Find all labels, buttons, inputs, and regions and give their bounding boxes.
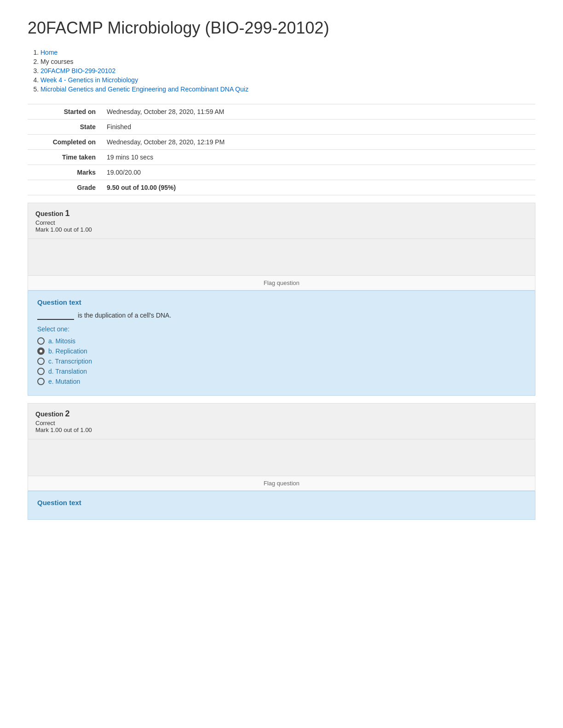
info-value: 19 mins 10 secs [101, 150, 535, 165]
option-text-e: e. Mutation [48, 378, 80, 385]
option-text-b: b. Replication [48, 347, 87, 355]
flag-question-2[interactable]: Flag question [28, 476, 535, 491]
question-text-label-1: Question text [37, 298, 526, 306]
flag-question-1[interactable]: Flag question [28, 276, 535, 290]
radio-icon-e [37, 378, 45, 385]
option-c[interactable]: c. Transcription [37, 358, 526, 365]
radio-icon-d [37, 368, 45, 375]
info-value: 9.50 out of 10.00 (95%) [101, 180, 535, 195]
breadcrumb-item-quiz[interactable]: Microbial Genetics and Genetic Engineeri… [40, 85, 535, 93]
select-one-label-1: Select one: [37, 325, 526, 333]
answer-options-1: a. Mitosisb. Replicationc. Transcription… [37, 337, 526, 385]
question-body-1: is the duplication of a cell's DNA. [37, 312, 526, 320]
question-text-area-2: Question text [28, 491, 535, 520]
option-d[interactable]: d. Translation [37, 368, 526, 375]
question-mark: Mark 1.00 out of 1.00 [35, 226, 528, 233]
option-e[interactable]: e. Mutation [37, 378, 526, 385]
question-number: Question 1 [35, 209, 528, 218]
info-value: 19.00/20.00 [101, 165, 535, 180]
radio-icon-a [37, 337, 45, 345]
option-text-a: a. Mitosis [48, 337, 75, 345]
info-value: Finished [101, 119, 535, 135]
question-text-area-1: Question text is the duplication of a ce… [28, 290, 535, 396]
info-label: State [28, 119, 101, 135]
question-header-1: Question 1 Correct Mark 1.00 out of 1.00 [28, 203, 535, 239]
radio-icon-b [37, 347, 45, 355]
option-text-c: c. Transcription [48, 358, 92, 365]
page-title: 20FACMP Microbiology (BIO-299-20102) [28, 18, 535, 38]
info-table: Started onWednesday, October 28, 2020, 1… [28, 104, 535, 195]
option-b[interactable]: b. Replication [37, 347, 526, 355]
breadcrumb-item-week4[interactable]: Week 4 - Genetics in Microbiology [40, 76, 535, 84]
info-label: Completed on [28, 135, 101, 150]
info-label: Started on [28, 104, 101, 119]
info-value: Wednesday, October 28, 2020, 12:19 PM [101, 135, 535, 150]
question-content-area-2 [28, 439, 535, 476]
breadcrumb-item-home[interactable]: Home [40, 49, 535, 56]
breadcrumb: Home My courses 20FACMP BIO-299-20102 We… [28, 49, 535, 93]
question-mark: Mark 1.00 out of 1.00 [35, 427, 528, 433]
question-number: Question 2 [35, 409, 528, 419]
question-status: Correct [35, 219, 528, 226]
info-label: Time taken [28, 150, 101, 165]
breadcrumb-item-mycourses: My courses [40, 58, 535, 65]
radio-icon-c [37, 358, 45, 365]
question-text-label-2: Question text [37, 499, 526, 506]
info-label: Marks [28, 165, 101, 180]
breadcrumb-item-course[interactable]: 20FACMP BIO-299-20102 [40, 67, 535, 74]
blank-line [37, 312, 74, 320]
question-content-area-1 [28, 239, 535, 276]
info-value: Wednesday, October 28, 2020, 11:59 AM [101, 104, 535, 119]
question-status: Correct [35, 420, 528, 427]
option-a[interactable]: a. Mitosis [37, 337, 526, 345]
option-text-d: d. Translation [48, 368, 87, 375]
info-label: Grade [28, 180, 101, 195]
question-header-2: Question 2 Correct Mark 1.00 out of 1.00 [28, 403, 535, 439]
